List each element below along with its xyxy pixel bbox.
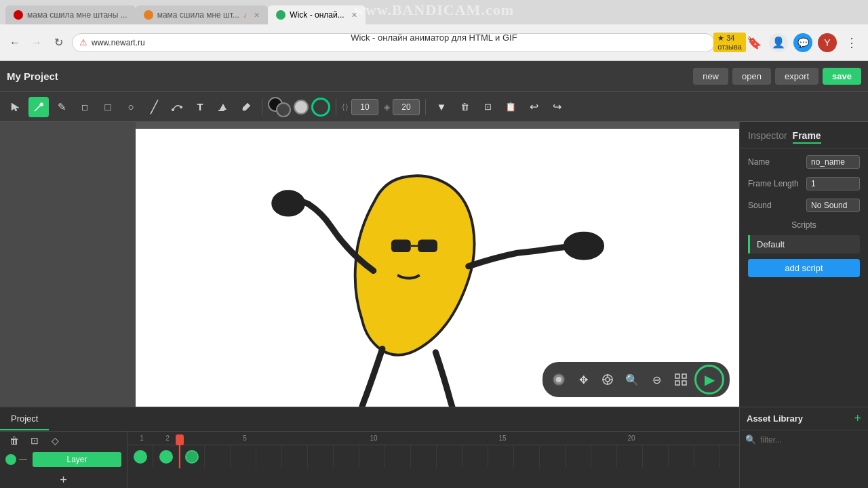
extension2-icon[interactable]: Y	[818, 33, 837, 52]
frame-cell-19[interactable]	[591, 445, 617, 468]
line-tool[interactable]: ╱	[144, 97, 164, 117]
path-tool[interactable]	[167, 97, 187, 117]
zoom-out-btn[interactable]: ⊖	[646, 369, 667, 390]
frame-cell-18[interactable]	[566, 445, 591, 468]
layer-lock-icon[interactable]: —	[19, 454, 30, 465]
add-layer-button[interactable]: +	[55, 471, 73, 488]
recenter-btn[interactable]	[597, 369, 618, 390]
layer-name-button[interactable]: Layer	[33, 452, 121, 467]
browser-tab-2[interactable]: мама сшила мне шт... ♪ ✕	[136, 5, 269, 24]
eraser-tool[interactable]: ◻	[75, 97, 95, 117]
frame-cell-1[interactable]	[127, 445, 153, 468]
undo-btn[interactable]: ↩	[524, 97, 544, 117]
stroke-size-input[interactable]: 10	[351, 99, 378, 115]
stroke-color-swatch[interactable]	[268, 97, 291, 117]
extension1-icon[interactable]: 💬	[793, 33, 812, 52]
frame-cell-8[interactable]	[308, 445, 334, 468]
tab1-favicon	[14, 10, 23, 20]
frame-cell-9[interactable]	[334, 445, 359, 468]
frame-cell-23[interactable]	[694, 445, 720, 468]
frame-cell-7[interactable]	[282, 445, 308, 468]
export-button[interactable]: export	[775, 68, 818, 85]
delete-layer-btn[interactable]: 🗑	[5, 432, 23, 449]
frame-cell-22[interactable]	[669, 445, 694, 468]
add-script-button[interactable]: add script	[748, 259, 860, 277]
bookmark-icon[interactable]: 🔖	[745, 33, 764, 52]
sound-value[interactable]: No Sound	[806, 199, 860, 212]
frame-cell-15[interactable]	[488, 445, 514, 468]
frame-cell-17[interactable]	[540, 445, 566, 468]
bookmark-btn[interactable]: ★ 34 отзыва	[720, 33, 739, 52]
frame-cell-2[interactable]	[153, 445, 179, 468]
save-button[interactable]: save	[823, 68, 861, 85]
tab2-label: мама сшила мне шт...	[157, 10, 239, 20]
name-value[interactable]: no_name	[806, 155, 860, 169]
ellipse-tool[interactable]: ○	[121, 97, 141, 117]
brush-tool[interactable]	[28, 97, 49, 117]
pencil-tool[interactable]: ✎	[52, 97, 72, 117]
frame-cell-6[interactable]	[256, 445, 282, 468]
divider3	[425, 99, 426, 115]
text-tool[interactable]: T	[190, 97, 210, 117]
timeline-top: Project	[0, 407, 868, 432]
open-button[interactable]: open	[732, 68, 771, 85]
move-canvas-btn[interactable]: ✥	[572, 369, 594, 390]
copy-btn[interactable]: ⊡	[477, 97, 498, 117]
layer-visibility-toggle[interactable]	[5, 454, 16, 465]
fill-tool[interactable]	[213, 97, 233, 117]
browser-tab-1[interactable]: мама сшила мне штаны ...	[5, 5, 136, 24]
frame-cell-12[interactable]	[411, 445, 437, 468]
frame-cell-3[interactable]	[179, 445, 205, 468]
color-picker-btn[interactable]	[548, 369, 570, 390]
rect-tool[interactable]: □	[98, 97, 118, 117]
diamond-btn[interactable]: ◇	[46, 432, 64, 449]
refresh-button[interactable]: ↻	[50, 35, 66, 51]
play-button[interactable]: ▶	[694, 365, 724, 394]
frame-cell-14[interactable]	[462, 445, 488, 468]
inspector-name-row: Name no_name	[748, 155, 860, 169]
frame-cell-4[interactable]	[205, 445, 231, 468]
frame-cell-11[interactable]	[385, 445, 411, 468]
svg-marker-0	[12, 103, 19, 111]
frame-cell-13[interactable]	[437, 445, 462, 468]
address-bar[interactable]: ⚠ www.newart.ru	[72, 33, 715, 52]
profile-icon[interactable]: 👤	[769, 33, 788, 52]
asset-filter-input[interactable]	[760, 435, 863, 445]
menu-icon[interactable]: ⋮	[842, 33, 861, 52]
opacity-input[interactable]: 20	[393, 99, 420, 115]
delete-btn[interactable]: 🗑	[454, 97, 475, 117]
frame-cell-21[interactable]	[643, 445, 669, 468]
tab2-close[interactable]: ✕	[254, 11, 260, 20]
active-color-indicator[interactable]	[311, 98, 330, 117]
back-button[interactable]: ←	[7, 35, 23, 51]
frame-cell-20[interactable]	[617, 445, 643, 468]
project-tab[interactable]: Project	[0, 408, 49, 430]
fit-view-btn[interactable]	[670, 369, 692, 390]
frame-cell-16[interactable]	[514, 445, 540, 468]
browser-tab-3[interactable]: Wick - онлай... ✕	[268, 5, 365, 24]
tab-frame[interactable]: Frame	[793, 129, 821, 144]
left-panel	[0, 122, 136, 407]
tab-inspector[interactable]: Inspector	[748, 129, 787, 144]
frame-length-value[interactable]: 1	[806, 177, 860, 190]
new-button[interactable]: new	[693, 68, 728, 85]
paste-btn[interactable]: 📋	[500, 97, 521, 117]
search-icon: 🔍	[745, 434, 756, 445]
canvas-container[interactable]: ✥ 🔍 ⊖ ▶	[136, 122, 739, 407]
frame-cell-10[interactable]	[359, 445, 385, 468]
zoom-in-btn[interactable]: 🔍	[621, 369, 643, 390]
select-tool[interactable]	[5, 97, 26, 117]
default-script[interactable]: Default	[748, 235, 860, 253]
svg-rect-21	[675, 381, 679, 385]
asset-add-button[interactable]: +	[854, 411, 861, 426]
copy-layer-btn[interactable]: ⊡	[26, 432, 43, 449]
redo-btn[interactable]: ↪	[547, 97, 567, 117]
dropdown-btn[interactable]: ▼	[431, 97, 452, 117]
fill-color-swatch[interactable]	[294, 100, 309, 115]
name-label: Name	[748, 157, 802, 167]
tab3-close[interactable]: ✕	[351, 11, 357, 20]
frame-cell-5[interactable]	[231, 445, 256, 468]
playhead[interactable]	[179, 445, 180, 468]
eyedropper-tool[interactable]	[236, 97, 256, 117]
forward-button[interactable]: →	[28, 35, 45, 51]
